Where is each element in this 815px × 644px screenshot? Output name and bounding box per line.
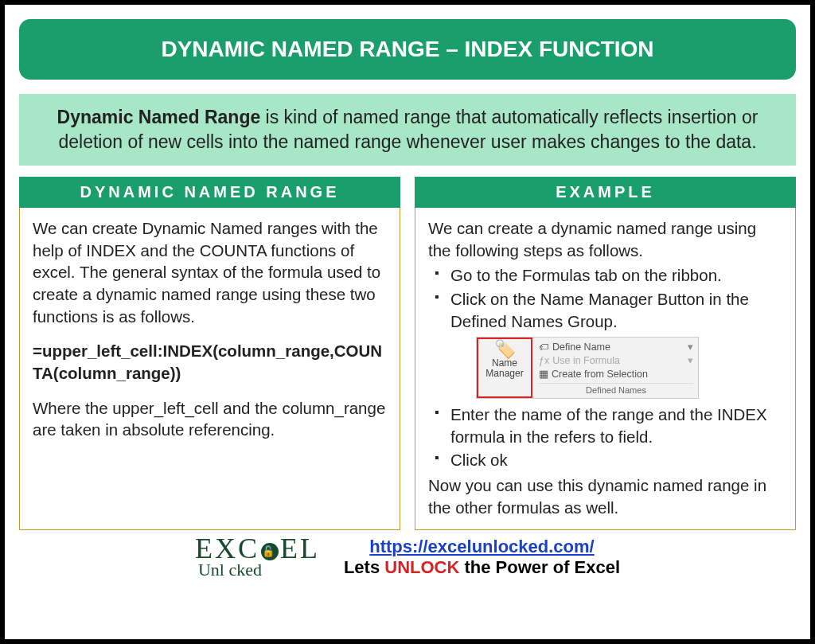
steps-list-b: Enter the name of the range and the INDE…	[428, 404, 782, 471]
list-item: Go to the Formulas tab on the ribbon.	[433, 264, 782, 287]
ribbon-screenshot: 🏷️ Name Manager 🏷Define Name ▾ ƒxUse in …	[476, 337, 699, 398]
grid-icon: ▦	[539, 368, 548, 381]
list-item: Click ok	[433, 449, 782, 471]
create-selection-row: ▦Create from Selection	[539, 368, 693, 381]
right-p2: Now you can use this dynamic named range…	[428, 474, 782, 518]
list-item: Click on the Name Manager Button in the …	[433, 288, 782, 332]
columns: DYNAMIC NAMED RANGE We can create Dynami…	[19, 177, 796, 530]
right-p1: We can create a dynamic named range usin…	[428, 217, 782, 261]
left-column: DYNAMIC NAMED RANGE We can create Dynami…	[19, 177, 400, 530]
footer-link[interactable]: https://excelunlocked.com/	[369, 537, 594, 556]
name-manager-label: Name Manager	[480, 358, 529, 378]
right-body: We can create a dynamic named range usin…	[415, 208, 796, 530]
logo-bottom: Unl cked	[198, 562, 262, 579]
formula-text: =upper_left_cell:INDEX(column_range,COUN…	[33, 340, 387, 384]
logo-top: EXC🔓EL	[195, 535, 320, 562]
footer-tagline: Lets UNLOCK the Power of Excel	[344, 557, 620, 578]
right-column: EXAMPLE We can create a dynamic named ra…	[415, 177, 796, 530]
tag-icon: 🏷	[539, 341, 549, 354]
footer-text: https://excelunlocked.com/ Lets UNLOCK t…	[344, 537, 620, 578]
page-title: DYNAMIC NAMED RANGE – INDEX FUNCTION	[19, 19, 796, 80]
logo: EXC🔓EL Unl cked	[195, 535, 320, 579]
ribbon-right-group: 🏷Define Name ▾ ƒxUse in Formula ▾ ▦Creat…	[532, 338, 698, 397]
tag-icon: 🏷️	[480, 341, 529, 358]
right-header: EXAMPLE	[415, 177, 796, 208]
intro-bold: Dynamic Named Range	[57, 107, 261, 127]
list-item: Enter the name of the range and the INDE…	[433, 404, 782, 447]
use-formula-row: ƒxUse in Formula ▾	[539, 354, 693, 368]
footer: EXC🔓EL Unl cked https://excelunlocked.co…	[19, 535, 796, 579]
fx-icon: ƒx	[539, 354, 549, 368]
define-name-row: 🏷Define Name ▾	[539, 341, 693, 354]
name-manager-button: 🏷️ Name Manager	[477, 338, 532, 397]
lock-icon: 🔓	[261, 543, 279, 560]
left-header: DYNAMIC NAMED RANGE	[19, 177, 400, 208]
ribbon-group-label: Defined Names	[539, 383, 693, 396]
left-body: We can create Dynamic Named ranges with …	[19, 208, 400, 530]
left-p1: We can create Dynamic Named ranges with …	[33, 217, 387, 327]
left-p2: Where the upper_left_cell and the column…	[33, 397, 387, 441]
intro-box: Dynamic Named Range is kind of named ran…	[19, 94, 796, 166]
steps-list-a: Go to the Formulas tab on the ribbon. Cl…	[428, 264, 782, 332]
